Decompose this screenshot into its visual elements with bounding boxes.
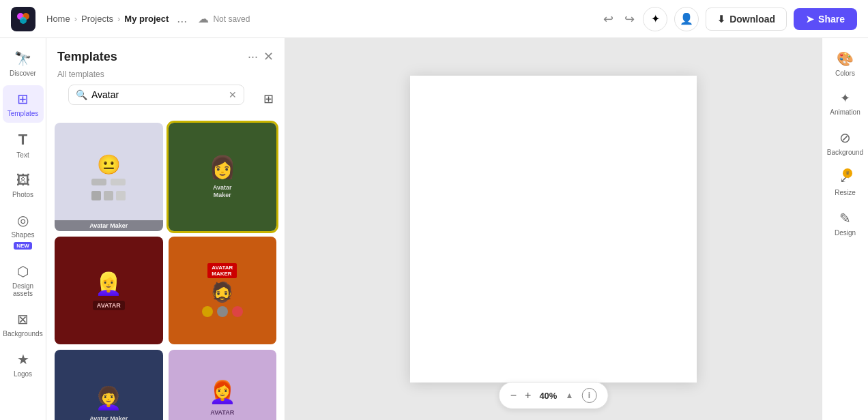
- animation-label: Animation: [830, 108, 860, 116]
- template-card-2[interactable]: 👩 AvatarMaker: [169, 123, 277, 231]
- topbar-more-button[interactable]: ...: [177, 12, 187, 26]
- sidebar-label-shapes: Shapes: [12, 231, 35, 239]
- sidebar-label-templates: Templates: [8, 110, 39, 117]
- search-row: 🔍 ✕ ⊞: [57, 85, 274, 113]
- sidebar-item-templates[interactable]: ⊞ Templates: [3, 85, 44, 123]
- right-panel: 🎨 Colors ✦ Animation ⊘ Background ⤢ ♛ Re…: [822, 38, 868, 420]
- panel-title: Templates: [57, 50, 117, 64]
- panel-close-button[interactable]: ✕: [263, 49, 274, 64]
- magic-button[interactable]: ✦: [643, 7, 667, 31]
- shapes-icon: ◎: [17, 212, 29, 228]
- app-logo[interactable]: [11, 7, 35, 31]
- breadcrumb-home[interactable]: Home: [46, 14, 70, 24]
- canvas-document: [410, 76, 697, 382]
- zoom-in-button[interactable]: +: [525, 389, 531, 402]
- photos-icon: 🖼: [16, 172, 30, 188]
- share-icon: ➤: [806, 14, 814, 25]
- sidebar-label-logos: Logos: [14, 370, 32, 378]
- avatar-button[interactable]: 👤: [674, 7, 699, 31]
- sidebar-item-text[interactable]: T Text: [3, 125, 44, 164]
- sidebar-label-photos: Photos: [12, 191, 33, 198]
- resize-label: Resize: [835, 189, 856, 196]
- download-icon: ⬇: [717, 14, 725, 25]
- sidebar-item-logos[interactable]: ★ Logos: [3, 346, 44, 383]
- text-icon: T: [18, 131, 27, 149]
- info-button[interactable]: i: [581, 388, 596, 403]
- save-status: ☁ Not saved: [198, 12, 250, 25]
- backgrounds-icon: ⊠: [17, 311, 29, 327]
- sidebar-item-design-assets[interactable]: ⬡ Design assets: [3, 258, 44, 303]
- sidebar-item-backgrounds[interactable]: ⊠ Backgrounds: [3, 305, 44, 343]
- panel-more-button[interactable]: ···: [248, 50, 258, 64]
- search-icon: 🔍: [76, 89, 87, 100]
- colors-icon: 🎨: [837, 50, 854, 67]
- sidebar-item-discover[interactable]: 🔭 Discover: [3, 45, 44, 82]
- templates-panel: Templates ··· ✕ All templates 🔍 ✕ ⊞: [46, 38, 285, 420]
- templates-icon: ⊞: [17, 91, 29, 107]
- search-input[interactable]: [91, 89, 225, 100]
- grid-columns: 😐 Avatar Maker: [55, 123, 276, 420]
- sidebar-label-discover: Discover: [10, 70, 36, 77]
- new-badge: NEW: [14, 242, 32, 250]
- templates-grid: 😐 Avatar Maker: [46, 120, 285, 420]
- background-label: Background: [827, 149, 863, 156]
- zoom-expand-button[interactable]: ▲: [565, 391, 573, 400]
- filter-button[interactable]: ⊞: [263, 91, 274, 106]
- right-panel-colors[interactable]: 🎨 Colors: [826, 46, 865, 81]
- card-label-1: Avatar Maker: [55, 220, 163, 231]
- breadcrumb-project[interactable]: My project: [124, 14, 169, 24]
- animation-icon: ✦: [840, 91, 850, 106]
- undo-button[interactable]: ↩: [601, 9, 616, 29]
- search-bar: 🔍 ✕: [68, 85, 244, 105]
- template-card-6[interactable]: 👩‍🦰 AVATAR: [169, 350, 277, 420]
- canvas-area[interactable]: − + 40% ▲ i: [285, 38, 822, 420]
- right-panel-resize[interactable]: ⤢ ♛ Resize: [826, 166, 865, 200]
- zoom-value: 40%: [539, 391, 557, 401]
- undo-redo-group: ↩ ↪: [601, 9, 637, 29]
- zoom-toolbar: − + 40% ▲ i: [499, 382, 609, 409]
- share-button[interactable]: ➤ Share: [794, 8, 857, 30]
- sidebar-item-photos[interactable]: 🖼 Photos: [3, 167, 44, 204]
- cloud-icon: ☁: [198, 12, 209, 25]
- panel-subtitle: All templates: [46, 70, 285, 85]
- zoom-out-button[interactable]: −: [510, 389, 517, 402]
- icon-sidebar: 🔭 Discover ⊞ Templates T Text 🖼 Photos ◎…: [0, 38, 46, 420]
- topbar: Home › Projects › My project ... ☁ Not s…: [0, 0, 868, 38]
- main-layout: 🔭 Discover ⊞ Templates T Text 🖼 Photos ◎…: [0, 38, 868, 420]
- template-card-4[interactable]: AVATARMAKER 🧔: [169, 237, 277, 345]
- sidebar-label-backgrounds: Backgrounds: [3, 330, 42, 338]
- right-panel-animation[interactable]: ✦ Animation: [826, 87, 865, 120]
- sidebar-label-text: Text: [16, 151, 29, 159]
- design-assets-icon: ⬡: [17, 263, 29, 280]
- background-icon: ⊘: [839, 130, 851, 146]
- sidebar-item-shapes[interactable]: ◎ Shapes NEW: [3, 207, 44, 255]
- design-label: Design: [835, 229, 856, 237]
- colors-label: Colors: [835, 70, 855, 77]
- sidebar-label-design-assets: Design assets: [5, 282, 41, 297]
- crown-icon: ♛: [843, 168, 852, 178]
- discover-icon: 🔭: [14, 50, 31, 67]
- right-panel-background[interactable]: ⊘ Background: [826, 125, 865, 160]
- breadcrumb: Home › Projects › My project: [46, 14, 169, 24]
- logos-icon: ★: [17, 351, 29, 368]
- right-panel-design[interactable]: ✎ Design: [826, 206, 865, 241]
- redo-button[interactable]: ↪: [622, 9, 637, 29]
- download-button[interactable]: ⬇ Download: [706, 7, 787, 31]
- breadcrumb-projects[interactable]: Projects: [81, 14, 113, 24]
- clear-search-button[interactable]: ✕: [229, 89, 237, 100]
- design-icon: ✎: [839, 210, 851, 226]
- template-card-3[interactable]: 👱‍♀️ AVATAR: [55, 237, 163, 345]
- template-card-5[interactable]: 👩‍🦱 Avatar Maker: [55, 350, 163, 420]
- panel-header: Templates ··· ✕: [46, 38, 285, 70]
- template-card-1[interactable]: 😐 Avatar Maker: [55, 123, 163, 231]
- svg-point-2: [20, 17, 27, 24]
- topbar-right: ✦ 👤 ⬇ Download ➤ Share: [643, 7, 857, 31]
